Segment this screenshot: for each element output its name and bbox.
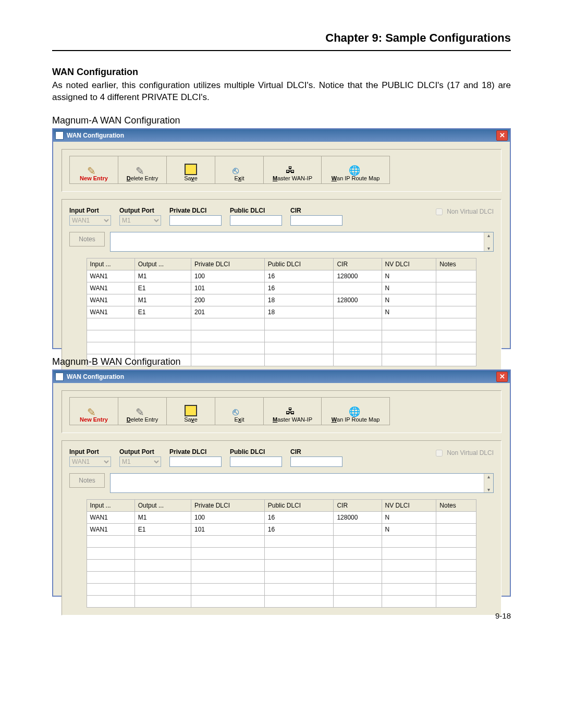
window-icon <box>55 131 64 140</box>
table-row[interactable]: WAN1E110116N <box>87 282 476 294</box>
table-col-header[interactable]: Private DLCI <box>191 258 264 270</box>
body-paragraph: As noted earlier, this configuration uti… <box>52 80 511 104</box>
new-entry-button[interactable]: New Entry <box>69 397 118 425</box>
exit-button[interactable]: Exit <box>215 156 263 184</box>
table-col-header[interactable]: Notes <box>436 499 476 511</box>
close-button[interactable]: ✕ <box>496 130 508 141</box>
pen-icon <box>87 165 101 175</box>
table-row <box>87 595 476 607</box>
scroll-up-icon[interactable]: ▴ <box>487 232 490 238</box>
table-row[interactable]: WAN1M120018128000N <box>87 294 476 306</box>
table-col-header[interactable]: NV DLCI <box>382 258 436 270</box>
save-button[interactable]: Save <box>166 397 215 425</box>
table-row[interactable]: WAN1M110016128000N <box>87 270 476 282</box>
window-icon <box>55 373 64 381</box>
public-dlci-label: Public DLCI <box>230 448 282 455</box>
wan-ip-route-map-button[interactable]: Wan IP Route Map <box>321 397 390 425</box>
globe-icon <box>349 165 362 175</box>
table-row[interactable]: WAN1E110116N <box>87 523 476 535</box>
divider <box>52 50 511 51</box>
private-dlci-input[interactable] <box>169 456 222 467</box>
scroll-down-icon[interactable]: ▾ <box>487 245 490 251</box>
form-panel: Input PortWAN1 Output PortM1 Private DLC… <box>62 440 501 615</box>
notes-button[interactable]: Notes <box>69 232 105 246</box>
table-col-header[interactable]: Private DLCI <box>191 499 264 511</box>
table-body-a: WAN1M110016128000NWAN1E110116NWAN1M12001… <box>87 270 476 366</box>
non-virtual-dlci-label: Non Virtual DLCI <box>447 449 494 456</box>
new-entry-button[interactable]: New Entry <box>69 156 118 184</box>
delete-entry-button[interactable]: Delete Entry <box>118 156 166 184</box>
network-icon <box>286 165 299 175</box>
table-row <box>87 330 476 342</box>
form-panel: Input PortWAN1 Output PortM1 Private DLC… <box>62 199 501 374</box>
output-port-select[interactable]: M1 <box>119 215 161 226</box>
table-col-header[interactable]: Output ... <box>134 499 191 511</box>
table-col-header[interactable]: NV DLCI <box>382 499 436 511</box>
notes-button[interactable]: Notes <box>69 473 105 488</box>
floppy-icon <box>185 405 197 416</box>
config-table-b[interactable]: Input ...Output ...Private DLCIPublic DL… <box>87 499 477 608</box>
input-port-label: Input Port <box>69 448 111 455</box>
notes-textarea[interactable]: ▴▾ <box>110 473 494 493</box>
public-dlci-input[interactable] <box>230 456 282 467</box>
scroll-down-icon[interactable]: ▾ <box>487 487 490 492</box>
master-wan-ip-button[interactable]: Master WAN-IP <box>263 156 321 184</box>
titlebar: WAN Configuration ✕ <box>53 129 510 142</box>
table-header-row: Input ...Output ...Private DLCIPublic DL… <box>87 258 476 270</box>
wan-config-window-b: WAN Configuration ✕ New Entry Delete Ent… <box>52 369 511 597</box>
non-virtual-dlci-checkbox[interactable] <box>436 450 443 456</box>
cir-label: CIR <box>290 448 342 455</box>
delete-entry-button[interactable]: Delete Entry <box>118 397 166 425</box>
section-title: WAN Configuration <box>52 67 511 78</box>
table-row[interactable]: WAN1M110016128000N <box>87 511 476 523</box>
table-col-header[interactable]: CIR <box>334 258 382 270</box>
table-col-header[interactable]: Notes <box>436 258 476 270</box>
non-virtual-dlci-checkbox[interactable] <box>436 208 443 215</box>
input-port-label: Input Port <box>69 207 111 214</box>
notes-textarea[interactable]: ▴▾ <box>110 232 494 252</box>
exit-button[interactable]: Exit <box>215 397 263 425</box>
private-dlci-label: Private DLCI <box>169 207 222 214</box>
wan-config-window-a: WAN Configuration ✕ New Entry Delete Ent… <box>52 128 511 349</box>
cir-input[interactable] <box>290 215 342 226</box>
pencil-icon <box>136 165 149 175</box>
public-dlci-label: Public DLCI <box>230 207 282 214</box>
page-number: 9-18 <box>52 611 511 620</box>
master-wan-ip-button[interactable]: Master WAN-IP <box>263 397 321 425</box>
toolbar-panel: New Entry Delete Entry Save Exit Master … <box>62 149 501 192</box>
output-port-label: Output Port <box>119 207 161 214</box>
table-row <box>87 559 476 571</box>
private-dlci-input[interactable] <box>169 215 222 226</box>
pencil-icon <box>136 406 149 416</box>
non-virtual-dlci-label: Non Virtual DLCI <box>447 208 494 215</box>
table-row <box>87 318 476 330</box>
input-port-select[interactable]: WAN1 <box>69 456 111 467</box>
cir-input[interactable] <box>290 456 342 467</box>
save-button[interactable]: Save <box>166 156 215 184</box>
pen-icon <box>87 406 101 416</box>
table-row[interactable]: WAN1E120118N <box>87 306 476 318</box>
table-row <box>87 535 476 547</box>
table-col-header[interactable]: Output ... <box>134 258 191 270</box>
close-button[interactable]: ✕ <box>496 372 508 382</box>
config-table-a[interactable]: Input ...Output ...Private DLCIPublic DL… <box>87 258 477 366</box>
private-dlci-label: Private DLCI <box>169 448 222 455</box>
input-port-select[interactable]: WAN1 <box>69 215 111 226</box>
table-col-header[interactable]: Input ... <box>87 258 134 270</box>
toolbar-panel: New Entry Delete Entry Save Exit Master … <box>62 390 501 433</box>
table-col-header[interactable]: CIR <box>334 499 382 511</box>
table-row <box>87 571 476 583</box>
network-icon <box>286 406 299 416</box>
public-dlci-input[interactable] <box>230 215 282 226</box>
exit-icon <box>232 165 246 175</box>
output-port-select[interactable]: M1 <box>119 456 161 467</box>
table-col-header[interactable]: Input ... <box>87 499 134 511</box>
table-col-header[interactable]: Public DLCI <box>264 258 334 270</box>
output-port-label: Output Port <box>119 448 161 455</box>
table-col-header[interactable]: Public DLCI <box>264 499 334 511</box>
scroll-up-icon[interactable]: ▴ <box>487 474 490 479</box>
titlebar: WAN Configuration ✕ <box>53 371 510 383</box>
wan-ip-route-map-button[interactable]: Wan IP Route Map <box>321 156 390 184</box>
window-title: WAN Configuration <box>67 132 124 139</box>
exit-icon <box>232 406 246 416</box>
